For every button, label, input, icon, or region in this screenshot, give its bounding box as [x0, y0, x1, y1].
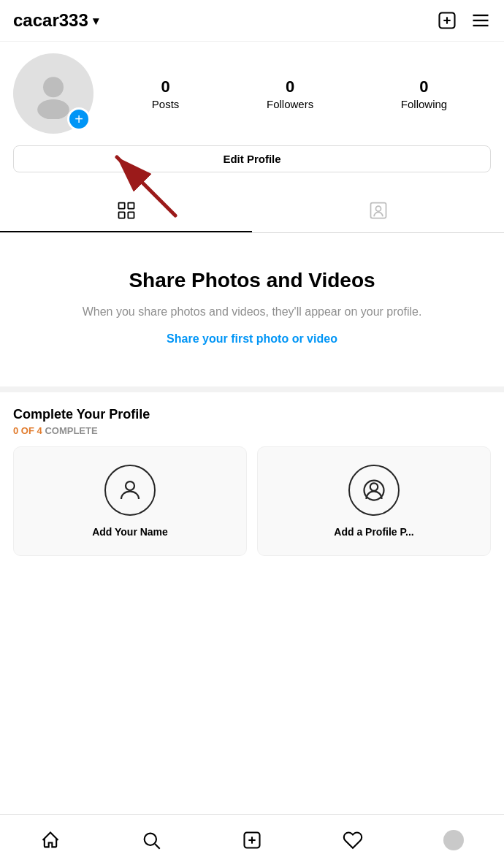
header-icons [437, 10, 491, 31]
followers-stat[interactable]: 0 Followers [267, 77, 313, 110]
following-stat[interactable]: 0 Following [401, 77, 447, 110]
add-icon [242, 830, 262, 850]
grid-icon [116, 200, 137, 221]
nav-search-button[interactable] [133, 822, 169, 858]
profile-avatar-small [443, 830, 464, 850]
svg-point-7 [37, 99, 69, 119]
svg-rect-12 [128, 212, 134, 218]
svg-rect-11 [118, 212, 124, 218]
profile-top: + 0 Posts 0 Followers 0 Following [13, 53, 491, 134]
svg-point-15 [126, 481, 134, 490]
nav-profile-button[interactable] [435, 822, 472, 858]
svg-rect-13 [370, 203, 386, 218]
nav-likes-button[interactable] [335, 822, 371, 858]
heart-icon [343, 830, 363, 850]
bottom-nav [0, 814, 504, 865]
tabs-container [0, 190, 504, 233]
complete-profile-progress: 0 OF 4 COMPLETE [13, 425, 491, 436]
username-area[interactable]: cacar333 ▾ [13, 10, 99, 31]
main-content: + 0 Posts 0 Followers 0 Following [0, 42, 504, 619]
share-first-photo-link[interactable]: Share your first photo or video [167, 332, 337, 345]
profile-section: + 0 Posts 0 Followers 0 Following [0, 42, 504, 187]
empty-description: When you share photos and videos, they'l… [18, 303, 486, 321]
edit-profile-button[interactable]: Edit Profile [13, 145, 491, 172]
avatar-container: + [13, 53, 93, 134]
stats-container: 0 Posts 0 Followers 0 Following [108, 77, 491, 110]
nav-add-button[interactable] [234, 822, 270, 858]
empty-title: Share Photos and Videos [18, 268, 486, 293]
add-post-button[interactable] [437, 10, 457, 31]
posts-count: 0 [161, 77, 169, 96]
nav-home-button[interactable] [32, 822, 69, 858]
svg-point-14 [375, 206, 381, 211]
menu-button[interactable] [470, 10, 491, 31]
add-profile-pic-icon-circle [348, 465, 400, 516]
svg-rect-9 [118, 203, 124, 209]
posts-label: Posts [152, 98, 180, 110]
svg-point-18 [145, 833, 156, 845]
followers-count: 0 [286, 77, 294, 96]
username-text: cacar333 [13, 10, 88, 31]
following-label: Following [401, 98, 447, 110]
svg-point-17 [370, 483, 378, 491]
add-name-icon-circle [104, 465, 156, 516]
hamburger-menu-icon [470, 10, 491, 31]
followers-label: Followers [267, 98, 313, 110]
tab-grid[interactable] [0, 190, 252, 232]
search-icon [141, 830, 161, 850]
plus-square-icon [437, 10, 457, 31]
posts-stat[interactable]: 0 Posts [152, 77, 180, 110]
svg-rect-10 [128, 203, 134, 209]
svg-point-6 [43, 77, 64, 97]
following-count: 0 [419, 77, 428, 96]
tab-tagged[interactable] [252, 190, 504, 232]
complete-profile-section: Complete Your Profile 0 OF 4 COMPLETE Ad… [0, 392, 504, 568]
complete-card-add-name[interactable]: Add Your Name [13, 446, 247, 556]
add-name-label: Add Your Name [92, 526, 168, 538]
tagged-icon [368, 200, 389, 221]
profile-pic-icon [361, 477, 387, 503]
chevron-down-icon: ▾ [93, 14, 99, 28]
add-avatar-button[interactable]: + [67, 107, 91, 131]
home-icon [40, 830, 61, 850]
svg-line-19 [155, 844, 159, 848]
person-icon [117, 477, 143, 503]
add-profile-pic-label: Add a Profile P... [334, 526, 413, 538]
empty-state: Share Photos and Videos When you share p… [0, 233, 504, 392]
complete-cards-container: Add Your Name Add a Profile P... [13, 446, 491, 556]
complete-card-add-profile-pic[interactable]: Add a Profile P... [257, 446, 491, 556]
header: cacar333 ▾ [0, 0, 504, 42]
complete-profile-title: Complete Your Profile [13, 407, 491, 422]
